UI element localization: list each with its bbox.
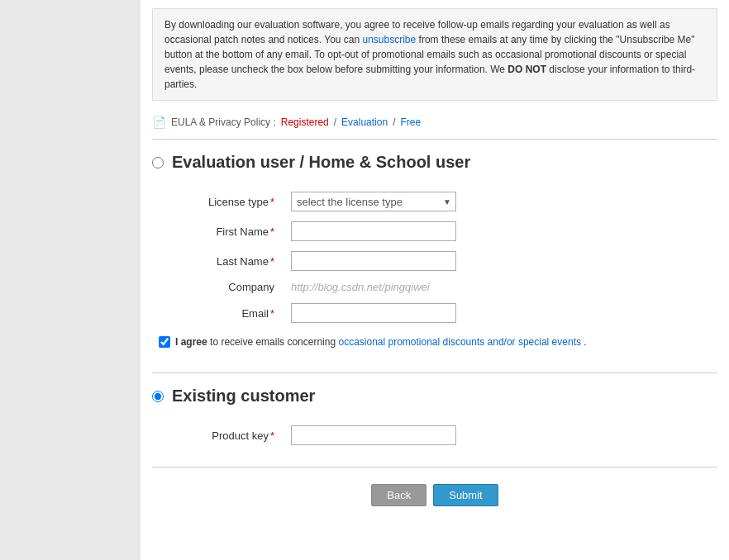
info-text: By downloading our evaluation software, …: [164, 19, 695, 90]
license-type-row: License type* select the license type Ev…: [152, 187, 717, 216]
last-name-row: Last Name*: [152, 246, 717, 276]
first-name-row: First Name*: [152, 216, 717, 246]
firstname-required-star: *: [270, 225, 274, 238]
section1-form: License type* select the license type Ev…: [152, 187, 717, 328]
email-cell: [284, 298, 717, 328]
submit-button[interactable]: Submit: [433, 484, 498, 506]
productkey-required-star: *: [270, 429, 274, 442]
lastname-required-star: *: [270, 255, 274, 268]
radio-evaluation[interactable]: [152, 157, 164, 168]
company-label: Company: [152, 276, 284, 298]
license-type-select[interactable]: select the license type Evaluation Home …: [291, 192, 456, 211]
section2-header: Existing customer: [152, 387, 717, 406]
eula-registered-link[interactable]: Registered: [281, 116, 329, 128]
eula-evaluation-link[interactable]: Evaluation: [341, 116, 388, 128]
last-name-input[interactable]: [291, 251, 456, 271]
main-content: By downloading our evaluation software, …: [141, 0, 729, 560]
company-cell: http://blog.csdn.net/pingqiwei: [284, 276, 717, 298]
section-evaluation: Evaluation user / Home & School user Lic…: [141, 140, 729, 373]
agree-checkbox[interactable]: [159, 336, 170, 348]
product-key-input[interactable]: [291, 425, 456, 445]
company-watermark: http://blog.csdn.net/pingqiwei: [291, 281, 430, 293]
agree-end: .: [584, 336, 586, 348]
first-name-input[interactable]: [291, 221, 456, 241]
pdf-icon: 📄: [152, 116, 166, 129]
eula-sep1: /: [334, 116, 336, 128]
first-name-cell: [284, 216, 717, 246]
section1-header: Evaluation user / Home & School user: [152, 153, 717, 172]
back-button[interactable]: Back: [371, 484, 426, 506]
company-row: Company http://blog.csdn.net/pingqiwei: [152, 276, 717, 298]
agree-bold: I agree: [175, 336, 207, 348]
radio-existing[interactable]: [152, 391, 164, 402]
email-input[interactable]: [291, 303, 456, 323]
left-sidebar: [0, 0, 141, 560]
last-name-label: Last Name*: [152, 246, 284, 276]
license-type-select-wrapper: select the license type Evaluation Home …: [291, 192, 456, 211]
bottom-buttons: Back Submit: [141, 467, 729, 531]
eula-row: 📄 EULA & Privacy Policy : Registered / E…: [141, 109, 729, 139]
agree-link[interactable]: occasional promotional discounts and/or …: [338, 336, 581, 348]
email-required-star: *: [270, 307, 274, 320]
section1-title: Evaluation user / Home & School user: [172, 153, 470, 172]
eula-free-link[interactable]: Free: [400, 116, 421, 128]
license-type-label: License type*: [152, 187, 284, 216]
license-type-cell: select the license type Evaluation Home …: [284, 187, 717, 216]
agree-row: I agree to receive emails concerning occ…: [152, 328, 717, 356]
license-required-star: *: [270, 196, 274, 208]
product-key-cell: [284, 420, 717, 450]
do-not-text: DO NOT: [507, 64, 546, 75]
last-name-cell: [284, 246, 717, 276]
agree-text: I agree to receive emails concerning occ…: [175, 336, 587, 348]
info-box: By downloading our evaluation software, …: [152, 8, 717, 101]
email-label: Email*: [152, 298, 284, 328]
section2-title: Existing customer: [172, 387, 315, 406]
eula-label: EULA & Privacy Policy :: [171, 116, 276, 128]
product-key-label: Product key*: [152, 420, 284, 450]
eula-sep2: /: [393, 116, 395, 128]
product-key-row: Product key*: [152, 420, 717, 450]
email-row: Email*: [152, 298, 717, 328]
unsubscribe-link[interactable]: unsubscribe: [363, 34, 417, 45]
section-existing: Existing customer Product key*: [141, 373, 729, 467]
section2-form: Product key*: [152, 420, 717, 450]
first-name-label: First Name*: [152, 216, 284, 246]
agree-rest: to receive emails concerning: [210, 336, 338, 348]
